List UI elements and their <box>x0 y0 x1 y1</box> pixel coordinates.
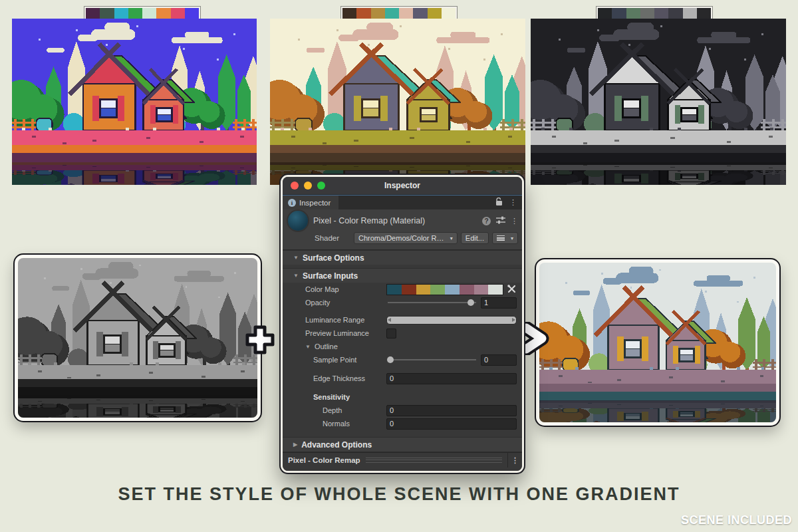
palette-swatch <box>640 8 654 19</box>
tab-label: Inspector <box>299 199 331 207</box>
palette-swatch <box>697 8 711 19</box>
material-menu-kebab-icon[interactable]: ⋮ <box>511 217 518 225</box>
preset-icon[interactable] <box>496 216 505 225</box>
drag-handle-lines[interactable] <box>366 458 502 463</box>
palette-swatch <box>100 8 114 19</box>
foldout-open-icon: ▼ <box>293 255 299 261</box>
edge-thickness-label: Edge Thickness <box>283 374 386 382</box>
palette-swatch <box>356 8 370 19</box>
palette-swatch <box>460 285 474 295</box>
tab-inspector[interactable]: i Inspector <box>283 196 338 209</box>
chevron-down-icon: ▾ <box>511 235 513 241</box>
window-title: Inspector <box>283 181 522 190</box>
palette-swatch <box>114 8 128 19</box>
palette-swatch <box>185 8 199 19</box>
opacity-slider[interactable] <box>386 298 477 307</box>
palette-swatch <box>171 8 185 19</box>
luminance-range-row: Luminance Range <box>283 313 522 327</box>
page-background: Inspector i Inspector ⋮ Pixel - Color Re… <box>0 0 798 532</box>
menu-lines-icon <box>497 235 505 241</box>
color-map-row: Color Map <box>283 283 522 296</box>
help-icon[interactable]: ? <box>482 217 491 225</box>
outline-foldout-row[interactable]: ▼ Outline <box>283 340 522 353</box>
plus-icon <box>243 323 277 359</box>
depth-field[interactable]: 0 <box>386 405 517 416</box>
palette-swatch <box>488 285 503 295</box>
palette-swatch <box>442 8 456 19</box>
shader-dropdown[interactable]: Chroma/Demos/Color Remap ▾ <box>354 232 458 244</box>
depth-row: Depth 0 <box>283 404 522 417</box>
color-map-label: Color Map <box>283 285 386 293</box>
tab-strip: i Inspector ⋮ <box>283 195 522 209</box>
edge-thickness-field[interactable]: 0 <box>386 373 517 384</box>
palette-swatch <box>142 8 156 19</box>
palette-swatch <box>385 8 399 19</box>
sensitivity-row: Sensitivity <box>283 390 522 404</box>
palette-swatch <box>387 285 402 295</box>
palette-swatch <box>156 8 170 19</box>
luminance-range-label: Luminance Range <box>283 316 386 324</box>
surface-options-label: Surface Options <box>303 253 364 263</box>
sample-point-row: Sample Point 0 <box>283 353 522 366</box>
opacity-field[interactable]: 1 <box>481 297 517 309</box>
sample-point-field[interactable]: 0 <box>481 354 517 366</box>
scene-included-badge: SCENE INCLUDED <box>681 513 792 527</box>
scene-grayscale-input <box>18 258 257 418</box>
opacity-slider-handle[interactable] <box>467 299 474 306</box>
sample-point-slider-handle[interactable] <box>387 356 394 363</box>
normals-row: Normals 0 <box>283 417 522 430</box>
material-title: Pixel - Color Remap (Material) <box>313 216 477 225</box>
color-map-gradient[interactable] <box>386 284 503 295</box>
info-icon: i <box>288 199 296 207</box>
scene-remapped-output <box>539 263 776 422</box>
outline-label: Outline <box>315 342 338 350</box>
remapped-output-card <box>536 259 779 426</box>
palette-swatch <box>668 8 682 19</box>
luminance-range-minmax-slider[interactable] <box>386 316 517 325</box>
sample-point-label: Sample Point <box>283 356 386 364</box>
foldout-surface-inputs[interactable]: ▼ Surface Inputs <box>283 268 522 283</box>
scene-dark-mono <box>531 19 786 185</box>
lock-icon[interactable] <box>495 198 503 207</box>
palette-swatch <box>445 285 460 295</box>
tab-menu-kebab-icon[interactable]: ⋮ <box>509 198 517 207</box>
scene-night-violet <box>12 19 257 185</box>
palette-swatch <box>402 285 416 295</box>
edge-thickness-row: Edge Thickness 0 <box>283 372 522 385</box>
palette-swatch <box>683 8 697 19</box>
foldout-advanced-options[interactable]: ▶ Advanced Options <box>283 437 522 452</box>
shader-label: Shader <box>287 234 350 242</box>
palette-swatch <box>428 8 442 19</box>
preview-luminance-checkbox[interactable] <box>386 329 396 338</box>
wrench-icon[interactable] <box>507 284 517 295</box>
caption-text: SET THE STYLE OF WHOLE SCENE WITH ONE GR… <box>0 484 798 505</box>
inspector-body: ▼ Surface Options ▼ Surface Inputs Color… <box>283 250 522 452</box>
opacity-row: Opacity 1 <box>283 296 522 309</box>
surface-inputs-label: Surface Inputs <box>303 271 358 281</box>
palette-swatch <box>128 8 142 19</box>
palette-swatch <box>612 8 626 19</box>
material-header: Pixel - Color Remap (Material) ? ⋮ Shade… <box>283 209 522 250</box>
foldout-surface-options[interactable]: ▼ Surface Options <box>283 250 522 265</box>
preview-luminance-row: Preview Luminance <box>283 327 522 340</box>
preview-luminance-label: Preview Luminance <box>283 329 386 337</box>
window-titlebar[interactable]: Inspector <box>283 177 522 195</box>
foldout-open-icon: ▼ <box>293 273 299 279</box>
shader-dropdown-value: Chroma/Demos/Color Remap <box>358 234 448 242</box>
depth-label: Depth <box>283 406 386 414</box>
sample-point-slider[interactable] <box>386 355 477 364</box>
chevron-down-icon: ▾ <box>450 235 453 241</box>
footer-material-title: Pixel - Color Remap <box>288 456 360 464</box>
normals-label: Normals <box>283 420 386 428</box>
foldout-open-icon: ▼ <box>305 344 311 350</box>
material-footer-bar[interactable]: Pixel - Color Remap ⋮ <box>283 452 522 467</box>
material-preview-sphere[interactable] <box>288 211 308 231</box>
opacity-label: Opacity <box>283 299 386 307</box>
sensitivity-label: Sensitivity <box>283 393 386 401</box>
palette-swatch <box>371 8 385 19</box>
edit-button[interactable]: Edit... <box>461 232 489 244</box>
inspector-window: Inspector i Inspector ⋮ Pixel - Color Re… <box>281 175 524 473</box>
footer-kebab-icon[interactable]: ⋮ <box>511 456 519 465</box>
normals-field[interactable]: 0 <box>386 418 517 430</box>
shader-menu-button[interactable]: ▾ <box>492 232 518 244</box>
